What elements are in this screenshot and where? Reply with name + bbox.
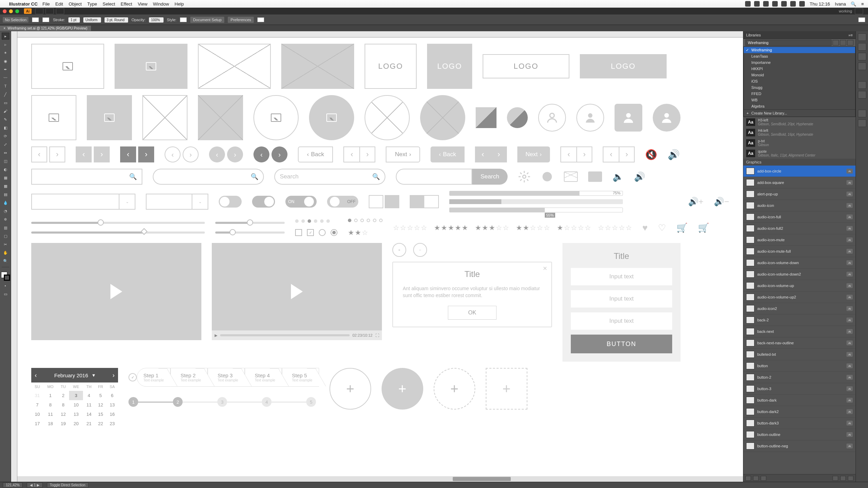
page-dots[interactable] bbox=[348, 219, 383, 222]
blend-tool-icon[interactable]: ◔ bbox=[2, 208, 9, 214]
zoom-out-button[interactable]: − bbox=[413, 243, 427, 257]
slider[interactable] bbox=[31, 232, 205, 234]
libraries-panel-tab[interactable]: Libraries»≡ bbox=[743, 31, 856, 39]
next-button[interactable]: › bbox=[227, 146, 243, 162]
curvature-tool-icon[interactable]: 〰 bbox=[2, 74, 9, 81]
page-dots[interactable] bbox=[295, 219, 337, 223]
add-asset-icon[interactable] bbox=[833, 476, 838, 481]
document-setup-button[interactable]: Document Setup bbox=[190, 17, 224, 23]
library-option[interactable]: Importanne bbox=[744, 59, 855, 66]
next-button[interactable]: › bbox=[94, 146, 110, 162]
graphic-asset[interactable]: add-box-squareAi bbox=[743, 177, 856, 188]
stroke-profile-dropdown[interactable]: Uniform bbox=[83, 17, 101, 23]
magic-wand-tool-icon[interactable]: ✶ bbox=[2, 49, 9, 56]
character-style[interactable]: AaH3-leftGibson, SemiBold, 20pt, Hyphena… bbox=[743, 117, 856, 127]
dropdown[interactable]: ⌄ bbox=[146, 194, 208, 210]
library-option[interactable]: HKKPI bbox=[744, 66, 855, 72]
menu-type[interactable]: Type bbox=[87, 1, 97, 7]
graphic-asset[interactable]: audio-icon-volume-upAi bbox=[743, 280, 856, 292]
add-button[interactable]: + bbox=[434, 368, 475, 410]
graphic-asset[interactable]: audio-icon-fullAi bbox=[743, 211, 856, 223]
eyedropper-tool-icon[interactable]: 💧 bbox=[2, 199, 9, 206]
library-option[interactable]: LeanTaas bbox=[744, 53, 855, 59]
library-picker[interactable]: Wireframing bbox=[743, 39, 856, 47]
next-button[interactable]: › bbox=[491, 146, 507, 162]
submit-button[interactable]: BUTTON bbox=[571, 335, 672, 353]
back-button[interactable]: ‹Back bbox=[431, 146, 464, 162]
menu-edit[interactable]: Edit bbox=[55, 1, 63, 7]
graphic-asset[interactable]: button-darkAi bbox=[743, 395, 856, 406]
text-input[interactable]: Input text bbox=[571, 312, 672, 330]
spotlight-icon[interactable]: 🔍 bbox=[851, 1, 856, 7]
next-button[interactable]: Next› bbox=[386, 146, 420, 162]
next-button[interactable]: › bbox=[576, 146, 592, 162]
toggle[interactable]: ON bbox=[285, 196, 317, 208]
arrange-docs-icon[interactable] bbox=[56, 8, 64, 14]
status-icon[interactable] bbox=[781, 1, 787, 7]
layers-panel-icon[interactable] bbox=[858, 81, 866, 89]
stroke-panel-icon[interactable] bbox=[858, 53, 866, 60]
delete-asset-icon[interactable] bbox=[848, 476, 853, 481]
brush-dropdown[interactable]: 3 pt. Round bbox=[105, 17, 128, 23]
artboard-tool-icon[interactable]: ▢ bbox=[2, 233, 9, 239]
view-toggle-icon[interactable] bbox=[753, 476, 759, 481]
gradient-tool-icon[interactable]: ▤ bbox=[2, 191, 9, 198]
library-option[interactable]: WB bbox=[744, 97, 855, 103]
character-style[interactable]: AaH4-leftGibson, SemiBold, 16pt, Hyphena… bbox=[743, 127, 856, 138]
next-button[interactable]: › bbox=[183, 146, 199, 162]
toggle[interactable]: OFF bbox=[327, 196, 358, 208]
zoom-in-button[interactable]: + bbox=[392, 243, 406, 257]
graphic-asset[interactable]: back-2Ai bbox=[743, 314, 856, 326]
menu-view[interactable]: View bbox=[138, 1, 148, 7]
next-button[interactable]: › bbox=[49, 146, 65, 162]
video-scrubber[interactable] bbox=[220, 334, 350, 336]
width-tool-icon[interactable]: ⇔ bbox=[2, 149, 9, 156]
search-input[interactable] bbox=[396, 169, 472, 185]
toggle[interactable] bbox=[219, 196, 242, 208]
graphic-asset[interactable]: add-box-circleAi bbox=[743, 166, 856, 177]
panel-menu-icon[interactable]: »≡ bbox=[848, 33, 853, 37]
menu-window[interactable]: Window bbox=[153, 1, 169, 7]
prev-button[interactable]: ‹ bbox=[76, 146, 92, 162]
prev-button[interactable]: ‹ bbox=[209, 146, 225, 162]
direct-selection-tool-icon[interactable]: ▹ bbox=[2, 41, 9, 48]
graphic-asset[interactable]: button-outline-negAi bbox=[743, 440, 856, 452]
star-rating[interactable]: ★★★★★ bbox=[434, 224, 468, 232]
prev-button[interactable]: ‹ bbox=[253, 146, 269, 162]
library-option[interactable]: Algebra bbox=[744, 103, 855, 109]
graphic-asset[interactable]: button-dark3Ai bbox=[743, 418, 856, 429]
menubar-user[interactable]: Ivana bbox=[835, 1, 846, 7]
scale-tool-icon[interactable]: ⤢ bbox=[2, 141, 9, 148]
slice-tool-icon[interactable]: ✂ bbox=[2, 241, 9, 248]
slider[interactable] bbox=[215, 222, 285, 224]
search-button[interactable]: Search bbox=[472, 169, 508, 185]
graphic-asset[interactable]: audio-icon-volume-downAi bbox=[743, 257, 856, 269]
lasso-tool-icon[interactable]: ◉ bbox=[2, 58, 9, 65]
fullscreen-icon[interactable]: ⛶ bbox=[375, 333, 379, 337]
dropdown[interactable]: ⌄ bbox=[31, 194, 135, 210]
graphic-style-swatch[interactable] bbox=[180, 17, 187, 22]
column-graph-tool-icon[interactable]: ▥ bbox=[2, 224, 9, 231]
back-button[interactable]: ‹Back bbox=[298, 146, 333, 162]
menu-select[interactable]: Select bbox=[102, 1, 115, 7]
video-controls[interactable]: ▶ 02:23/10:12 ⛶ bbox=[212, 330, 382, 340]
prev-button[interactable]: ‹ bbox=[475, 146, 491, 162]
checkbox[interactable]: ✓ bbox=[307, 229, 314, 236]
swatches-panel-icon[interactable] bbox=[858, 43, 866, 51]
ok-button[interactable]: OK bbox=[448, 306, 496, 320]
next-month-button[interactable]: › bbox=[112, 372, 115, 379]
star-rating[interactable]: ★★☆☆☆ bbox=[516, 224, 550, 232]
align-icon[interactable] bbox=[257, 17, 264, 22]
calendar[interactable]: ‹ February 2016▾ › SUMOTUWETHFRSA 311234… bbox=[31, 368, 118, 428]
prev-button[interactable]: ‹ bbox=[165, 146, 181, 162]
next-button[interactable]: Next› bbox=[517, 146, 550, 162]
prev-button[interactable]: ‹ bbox=[560, 146, 576, 162]
bridge-icon[interactable] bbox=[35, 8, 43, 14]
status-icon[interactable] bbox=[754, 1, 760, 7]
star-rating[interactable]: ☆☆☆☆☆ bbox=[393, 224, 427, 232]
prev-button[interactable]: ‹ bbox=[31, 146, 47, 162]
appearance-panel-icon[interactable] bbox=[858, 110, 866, 117]
status-icon[interactable] bbox=[799, 1, 805, 7]
graphics-list[interactable]: add-box-circleAiadd-box-squareAialert-po… bbox=[743, 166, 856, 474]
close-tab-icon[interactable]: × bbox=[3, 26, 6, 30]
